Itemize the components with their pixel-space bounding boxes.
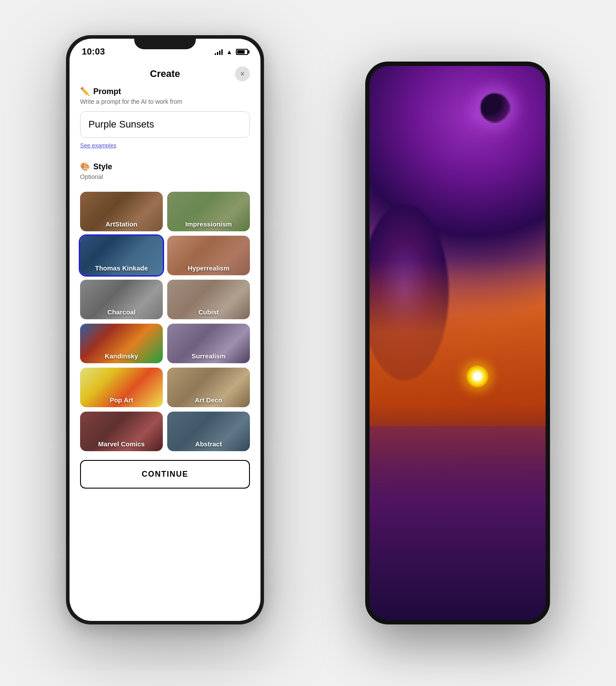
status-time: 10:03	[82, 47, 105, 57]
status-icons: ▲	[215, 48, 248, 55]
prompt-section: ✏️ Prompt Write a prompt for the AI to w…	[70, 87, 260, 162]
style-label: 🎨 Style	[80, 162, 250, 172]
app-header: Create ×	[70, 59, 260, 87]
style-sublabel: Optional	[80, 173, 250, 180]
style-tile-pop-art-label: Pop Art	[80, 393, 163, 407]
prompt-label: ✏️ Prompt	[80, 87, 250, 96]
style-tile-cubist[interactable]: Cubist	[167, 280, 250, 319]
second-sun	[466, 365, 488, 387]
phone-back	[365, 62, 550, 624]
prompt-sublabel: Write a prompt for the AI to work from	[80, 98, 250, 105]
style-tile-art-deco[interactable]: Art Deco	[167, 368, 250, 407]
style-tile-impressionism[interactable]: Impressionism	[167, 192, 250, 231]
prompt-icon: ✏️	[80, 87, 90, 96]
phone-screen: 10:03 ▲ Create ×	[70, 39, 260, 621]
style-title: Style	[93, 162, 112, 172]
style-tile-hyperrealism-label: Hyperrealism	[167, 261, 250, 275]
style-tile-charcoal[interactable]: Charcoal	[80, 280, 163, 319]
eclipse-circle	[480, 92, 510, 123]
water-reflection	[370, 426, 546, 620]
style-tile-kandinsky-label: Kandinsky	[80, 349, 163, 363]
notch	[134, 35, 196, 49]
app-title: Create	[95, 68, 235, 80]
style-tile-artstation[interactable]: ArtStation	[80, 192, 163, 231]
style-tile-surrealism[interactable]: Surrealism	[167, 324, 250, 363]
style-section: 🎨 Style Optional	[70, 162, 260, 192]
style-grid: ArtStation Impressionism Thomas Kinkade …	[70, 192, 260, 451]
signal-icon	[215, 49, 223, 55]
app-content: ✏️ Prompt Write a prompt for the AI to w…	[70, 87, 260, 621]
prompt-title: Prompt	[93, 87, 121, 96]
battery-icon	[236, 49, 248, 55]
style-tile-abstract-label: Abstract	[167, 437, 250, 451]
style-tile-charcoal-label: Charcoal	[80, 305, 163, 319]
close-button[interactable]: ×	[235, 66, 250, 81]
style-tile-marvel-label: Marvel Comics	[80, 437, 163, 451]
style-tile-kandinsky[interactable]: Kandinsky	[80, 324, 163, 363]
style-tile-surrealism-label: Surrealism	[167, 349, 250, 363]
wifi-icon: ▲	[226, 48, 232, 55]
style-tile-pop-art[interactable]: Pop Art	[80, 368, 163, 407]
see-examples-link[interactable]: See examples	[80, 142, 116, 149]
prompt-input[interactable]	[80, 111, 250, 138]
continue-area: CONTINUE	[70, 451, 260, 499]
phone-front: 10:03 ▲ Create ×	[66, 35, 264, 624]
style-tile-thomas-label: Thomas Kinkade	[80, 261, 163, 275]
style-tile-artstation-label: ArtStation	[80, 217, 163, 231]
style-tile-impressionism-label: Impressionism	[167, 217, 250, 231]
style-tile-thomas-kinkade[interactable]: Thomas Kinkade	[80, 236, 163, 275]
style-tile-hyperrealism[interactable]: Hyperrealism	[167, 236, 250, 275]
continue-button[interactable]: CONTINUE	[80, 460, 250, 489]
style-tile-cubist-label: Cubist	[167, 305, 250, 319]
scene: 10:03 ▲ Create ×	[66, 35, 550, 651]
style-tile-abstract[interactable]: Abstract	[167, 412, 250, 451]
style-icon: 🎨	[80, 162, 90, 172]
style-tile-marvel-comics[interactable]: Marvel Comics	[80, 412, 163, 451]
style-tile-art-deco-label: Art Deco	[167, 393, 250, 407]
